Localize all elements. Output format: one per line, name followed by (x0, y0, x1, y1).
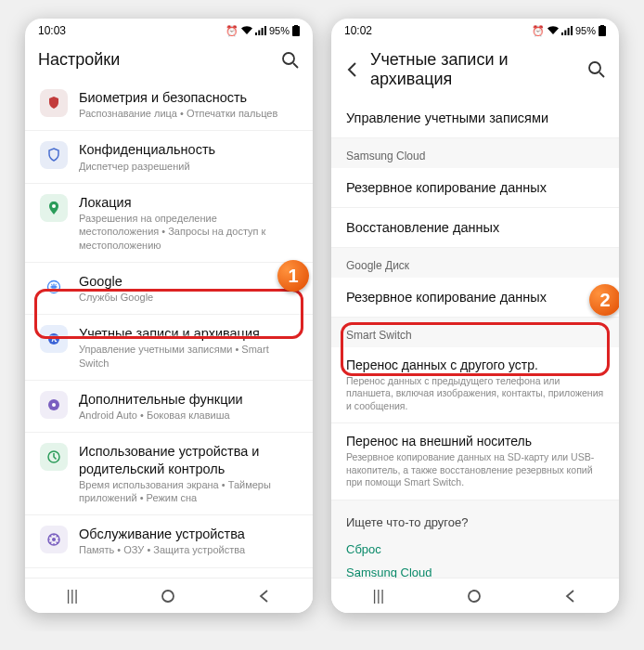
row-title: Перенос на внешний носитель (346, 434, 604, 450)
wifi-icon (241, 26, 252, 35)
svg-rect-0 (292, 26, 300, 36)
row-title: Обслуживание устройства (79, 526, 298, 542)
svg-rect-1 (294, 25, 298, 27)
nav-home[interactable] (467, 589, 482, 604)
svg-point-19 (589, 62, 600, 73)
settings-row[interactable]: Использование устройства и родительский … (25, 433, 313, 515)
search-icon[interactable] (281, 51, 300, 70)
status-time: 10:03 (38, 24, 66, 37)
transfer-external-row[interactable]: Перенос на внешний носитель Резервное ко… (331, 423, 619, 500)
row-title: Дополнительные функции (79, 391, 298, 408)
settings-row[interactable]: ЛокацияРазрешения на определение местопо… (25, 184, 313, 263)
nav-home[interactable] (161, 589, 175, 604)
row-icon (40, 526, 68, 553)
settings-list: Биометрия и безопасностьРаспознавание ли… (25, 79, 313, 578)
drive-backup-row[interactable]: Резервное копирование данных (331, 278, 619, 318)
row-subtitle: Службы Google (79, 291, 298, 304)
section-smart-switch: Smart Switch (331, 318, 619, 347)
nav-bar: ||| (331, 578, 619, 613)
step-badge-1: 1 (277, 260, 309, 292)
row-subtitle: Управление учетными записями • Smart Swi… (79, 343, 298, 370)
row-subtitle: Время использования экрана • Таймеры при… (79, 478, 298, 505)
search-icon[interactable] (587, 60, 606, 79)
nav-back[interactable] (564, 590, 577, 603)
settings-row[interactable]: ПриложенияПриложения по умолчанию • Наст… (25, 568, 313, 578)
nav-back[interactable] (258, 590, 271, 603)
row-title: Использование устройства и родительский … (79, 443, 298, 476)
footer-link-cloud[interactable]: Samsung Cloud (346, 566, 604, 578)
screenshot-left: 10:03 ⏰ 95% Настройки Биометрия и безопа… (25, 19, 313, 613)
footer-block: Ищете что-то другое? Сброс Samsung Cloud (331, 500, 619, 578)
row-subtitle: Память • ОЗУ • Защита устройства (79, 543, 298, 556)
settings-row[interactable]: GoogleСлужбы Google (25, 263, 313, 315)
row-title: Перенос данных с другого устр. (346, 358, 604, 374)
nav-bar: ||| (25, 578, 313, 613)
signal-icon (561, 26, 573, 35)
accounts-header: Учетные записи и архивация (331, 43, 619, 98)
settings-row[interactable]: Учетные записи и архивацияУправление уче… (25, 315, 313, 381)
section-google-drive: Google Диск (331, 248, 619, 278)
page-title: Учетные записи и архивация (370, 50, 587, 89)
svg-rect-17 (599, 26, 606, 36)
settings-row[interactable]: Обслуживание устройстваПамять • ОЗУ • За… (25, 515, 313, 567)
row-subtitle: Диспетчер разрешений (79, 160, 298, 173)
settings-row[interactable]: Биометрия и безопасностьРаспознавание ли… (25, 79, 313, 131)
svg-rect-18 (600, 25, 604, 27)
accounts-list: Управление учетными записями Samsung Clo… (331, 98, 619, 578)
battery-text: 95% (269, 25, 290, 36)
svg-point-16 (162, 591, 174, 602)
section-samsung-cloud: Samsung Cloud (331, 138, 619, 168)
svg-point-8 (52, 403, 56, 407)
row-icon (40, 443, 68, 471)
row-subtitle: Android Auto • Боковая клавиша (79, 409, 298, 422)
row-subtitle: Разрешения на определение местоположения… (79, 212, 298, 252)
row-icon (40, 89, 68, 117)
footer-link-reset[interactable]: Сброс (346, 542, 604, 556)
settings-row[interactable]: КонфиденциальностьДиспетчер разрешений (25, 131, 313, 183)
status-bar: 10:02 ⏰ 95% (331, 19, 619, 43)
row-title: Google (79, 273, 298, 290)
nav-recents[interactable]: ||| (67, 588, 78, 604)
settings-header: Настройки (25, 43, 313, 79)
manage-accounts-row[interactable]: Управление учетными записями (331, 98, 619, 138)
page-title: Настройки (38, 50, 281, 70)
cloud-restore-row[interactable]: Восстановление данных (331, 208, 619, 248)
battery-text: 95% (575, 25, 596, 36)
row-icon (40, 325, 68, 353)
svg-point-6 (48, 333, 59, 344)
cloud-backup-row[interactable]: Резервное копирование данных (331, 168, 619, 208)
transfer-from-device-row[interactable]: Перенос данных с другого устр. Перенос д… (331, 347, 619, 423)
row-icon (40, 141, 68, 169)
row-title: Биометрия и безопасность (79, 89, 298, 106)
svg-line-20 (599, 72, 604, 77)
row-subtitle: Распознавание лица • Отпечатки пальцев (79, 107, 298, 120)
back-icon[interactable] (344, 61, 363, 78)
svg-line-3 (293, 63, 298, 68)
alarm-icon: ⏰ (532, 25, 545, 37)
nav-recents[interactable]: ||| (373, 588, 384, 604)
screenshot-right: 10:02 ⏰ 95% Учетные записи и архивация У… (331, 19, 619, 613)
svg-point-4 (52, 204, 56, 208)
step-badge-2: 2 (589, 284, 619, 316)
battery-icon (292, 25, 300, 36)
status-time: 10:02 (344, 24, 372, 37)
svg-point-11 (52, 538, 56, 541)
row-title: Локация (79, 194, 298, 211)
row-icon (40, 391, 68, 419)
alarm-icon: ⏰ (225, 25, 238, 37)
svg-point-21 (469, 591, 480, 602)
signal-icon (255, 26, 266, 35)
row-subtitle: Перенос данных с предыдущего телефона ил… (346, 375, 604, 413)
row-title: Конфиденциальность (79, 141, 298, 158)
row-icon (40, 194, 68, 222)
settings-row[interactable]: Дополнительные функцииAndroid Auto • Бок… (25, 381, 313, 433)
status-bar: 10:03 ⏰ 95% (25, 19, 313, 43)
row-title: Учетные записи и архивация (79, 325, 298, 342)
svg-point-2 (283, 53, 294, 64)
row-subtitle: Резервное копирование данных на SD-карту… (346, 451, 604, 489)
battery-icon (599, 25, 606, 36)
row-icon (40, 273, 68, 301)
footer-question: Ищете что-то другое? (346, 515, 604, 529)
wifi-icon (547, 26, 559, 35)
